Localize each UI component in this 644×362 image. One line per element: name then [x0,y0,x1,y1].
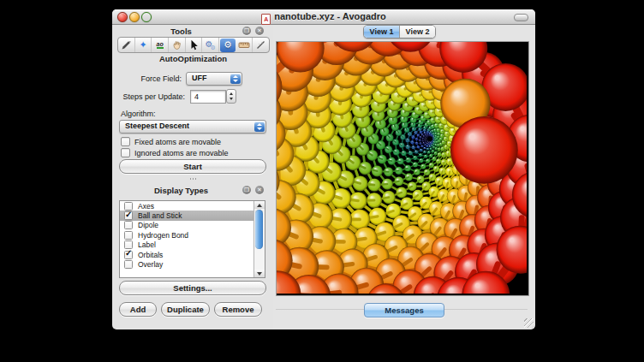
checked-checkbox-icon[interactable]: ✓ [124,251,133,259]
unchecked-checkbox-icon[interactable] [124,221,133,229]
zoom-window-icon[interactable] [141,12,152,22]
nanotube-render-canvas[interactable] [277,42,527,294]
steps-stepper[interactable] [226,89,236,104]
scrollbar-thumb[interactable] [255,210,263,249]
resize-grip-icon[interactable] [524,318,534,328]
selection-tool-icon[interactable] [186,38,203,52]
display-type-label: Label [138,240,156,249]
close-window-icon[interactable] [117,12,128,22]
force-field-select[interactable]: UFF [186,72,242,86]
algorithm-label: Algorithm: [121,110,156,118]
tab-view-2[interactable]: View 2 [399,26,435,38]
dock-splitter[interactable] [113,176,273,181]
settings-button[interactable]: Settings... [119,281,266,295]
ignored-atoms-checkbox[interactable]: Ignored atoms are movable [121,148,229,157]
add-button[interactable]: Add [119,302,157,317]
display-type-label: Axes [138,202,154,211]
display-type-row[interactable]: Dipole [120,221,265,230]
gear-icon: ⚙ [211,45,216,50]
display-panel-float-button[interactable]: ❒ [242,186,251,194]
navigate-tool-icon[interactable]: ✦ [135,38,152,52]
tab-view-1[interactable]: View 1 [364,26,399,38]
measure-tool-icon[interactable] [236,38,253,52]
checked-checkbox-icon[interactable]: ✓ [124,211,133,220]
popup-arrows-icon [254,122,265,132]
display-list-scrollbar[interactable] [253,201,265,277]
unchecked-checkbox-icon[interactable] [124,260,133,269]
scroll-down-icon[interactable] [254,270,265,277]
display-type-label: Orbitals [138,251,163,259]
fixed-atoms-checkbox[interactable]: Fixed atoms are movable [121,137,221,146]
gl-viewport[interactable] [276,41,529,296]
bondcentric-ao-icon: ao [157,41,164,49]
display-type-row[interactable]: Overlay [120,259,265,269]
scroll-up-icon[interactable] [254,201,265,209]
display-type-label: Dipole [138,221,158,229]
messages-button[interactable]: Messages [364,303,444,317]
screen: Ananotube.xyz - Avogadro Tools ❒ ✕ ✦ao⚙⚙… [0,0,644,362]
force-field-label: Force Field: [113,74,182,83]
gear-icon: ⚙ [224,40,232,50]
steps-per-update-label: Steps per Update: [113,92,185,101]
left-dock: Tools ❒ ✕ ✦ao⚙⚙⚙ AutoOptimization Force … [113,25,274,329]
display-type-row[interactable]: Axes [120,201,265,211]
display-type-row[interactable]: ✓Ball and Stick [120,211,265,220]
display-types-list: Axes✓Ball and StickDipoleHydrogen BondLa… [119,200,265,278]
display-type-label: Overlay [138,260,163,269]
display-type-row[interactable]: ✓Orbitals [120,250,265,259]
steps-per-update-field[interactable]: 4 [190,90,226,104]
align-tool-icon[interactable] [253,38,269,52]
toolbar-toggle-button[interactable] [514,14,528,21]
remove-button[interactable]: Remove [214,302,262,317]
document-icon: A [261,14,271,25]
manipulate-tool-icon[interactable] [169,38,186,52]
tools-panel-title: Tools [113,27,249,37]
duplicate-button[interactable]: Duplicate [161,302,210,317]
checkbox-icon [121,148,130,157]
display-types-rows: Axes✓Ball and StickDipoleHydrogen BondLa… [120,201,265,270]
avogadro-window: Ananotube.xyz - Avogadro Tools ❒ ✕ ✦ao⚙⚙… [112,9,535,329]
window-title: Ananotube.xyz - Avogadro [164,9,484,24]
popup-arrows-icon [230,74,241,84]
navigate-star-icon: ✦ [139,40,146,50]
display-panel-close-button[interactable]: ✕ [255,186,264,194]
display-types-panel-title: Display Types [113,186,249,196]
display-type-row[interactable]: Label [120,240,265,250]
autooptimize-tool-icon[interactable]: ⚙ [220,39,236,52]
view-tabbar: View 1 View 2 [363,25,436,39]
bondcentric-tool-icon[interactable]: ao [152,38,169,52]
right-pane: View 1 View 2 Messages [273,25,534,329]
checkbox-icon [121,137,130,146]
tools-panel-float-button[interactable]: ❒ [242,27,251,35]
start-button[interactable]: Start [119,159,266,174]
display-type-label: Ball and Stick [138,211,182,220]
display-type-row[interactable]: Hydrogen Bond [120,230,265,240]
tools-panel-close-button[interactable]: ✕ [255,27,264,35]
draw-tool-icon[interactable] [118,38,135,52]
tool-toolbar: ✦ao⚙⚙⚙ [117,37,270,53]
algorithm-select[interactable]: Steepest Descent [119,120,266,134]
window-titlebar[interactable]: Ananotube.xyz - Avogadro [112,9,535,25]
autooptimization-heading: AutoOptimization [113,54,273,63]
unchecked-checkbox-icon[interactable] [124,231,133,240]
display-type-label: Hydrogen Bond [138,231,188,240]
minimize-window-icon[interactable] [129,12,140,22]
autorotate-tool-icon[interactable]: ⚙⚙ [202,38,219,52]
